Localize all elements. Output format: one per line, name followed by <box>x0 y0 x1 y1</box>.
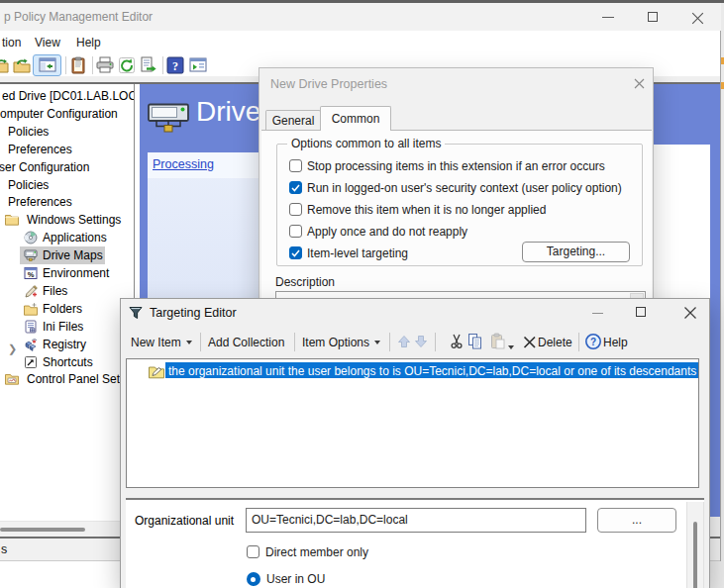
add-collection-button[interactable]: Add Collection <box>208 333 284 352</box>
tree-item-shortcuts[interactable]: Shortcuts <box>0 353 134 371</box>
cut-icon[interactable] <box>448 333 465 350</box>
tree-item-computer-configuration[interactable]: omputer Configuration <box>0 105 134 123</box>
tree-item-policies-user[interactable]: Policies <box>0 176 134 194</box>
details-vertical-scrollbar[interactable] <box>686 502 704 588</box>
selected-item-text: the organizational unit the user belongs… <box>168 364 696 378</box>
help-icon[interactable]: ? <box>584 333 602 350</box>
targeting-button[interactable]: Targeting... <box>522 242 630 262</box>
applications-icon <box>24 231 38 245</box>
scrollbar-thumb[interactable] <box>693 522 697 588</box>
option-run-in-user-context[interactable]: Run in logged-on user's security context… <box>289 181 640 195</box>
refresh-icon[interactable] <box>118 56 136 74</box>
move-down-icon[interactable] <box>412 333 430 350</box>
option-stop-processing[interactable]: Stop processing items in this extension … <box>289 159 640 173</box>
minimize-button[interactable] <box>586 3 630 31</box>
menu-bar: tion View Help <box>0 31 720 54</box>
browse-button[interactable]: ... <box>597 508 676 533</box>
tree-item-environment[interactable]: % Environment <box>0 264 134 282</box>
processing-link[interactable]: Processing <box>153 157 214 171</box>
print-icon[interactable] <box>96 56 114 74</box>
menu-action[interactable]: tion <box>2 35 21 51</box>
menu-view[interactable]: View <box>35 35 60 51</box>
menu-help[interactable]: Help <box>76 35 101 51</box>
minimize-icon <box>592 313 603 314</box>
targeting-items-list[interactable]: the organizational unit the user belongs… <box>126 358 699 488</box>
tree-item-user-configuration[interactable]: ser Configuration <box>0 158 134 176</box>
tree-item-windows-settings[interactable]: Windows Settings <box>0 211 134 229</box>
option-apply-once[interactable]: Apply once and do not reapply <box>289 225 640 239</box>
drive-maps-icon <box>24 248 38 262</box>
maximize-button[interactable] <box>632 3 675 31</box>
description-label: Description <box>275 275 335 289</box>
toolbar-separator <box>162 56 163 74</box>
maximize-icon <box>648 12 658 22</box>
item-options-button[interactable]: Item Options <box>302 333 380 352</box>
ini-files-icon <box>24 320 38 334</box>
tab-general[interactable]: General <box>265 110 321 131</box>
direct-member-checkbox[interactable] <box>247 545 259 558</box>
options-group-label: Options common to all items <box>287 138 445 150</box>
checkbox-checked[interactable] <box>289 181 302 194</box>
help-icon[interactable]: ? <box>166 56 184 74</box>
item-details-panel: Organizational unit OU=Tecnici,DC=lab,DC… <box>126 498 704 588</box>
checkbox-unchecked[interactable] <box>289 203 302 216</box>
dialog-close-button[interactable] <box>628 73 652 95</box>
toolbar-separator <box>294 333 295 351</box>
move-up-icon[interactable] <box>395 333 413 350</box>
ou-item-icon <box>149 364 164 380</box>
help-button[interactable]: Help <box>603 333 628 352</box>
export-list-icon[interactable] <box>140 56 157 74</box>
toolbar-separator <box>435 333 436 351</box>
gpme-titlebar: p Policy Management Editor <box>0 3 721 31</box>
back-folder-icon[interactable] <box>0 56 9 74</box>
option-remove-when-not-applied[interactable]: Remove this item when it is no longer ap… <box>289 203 640 217</box>
checkbox-unchecked[interactable] <box>289 225 302 238</box>
tree-item-applications[interactable]: Applications <box>0 229 134 246</box>
paste-icon[interactable] <box>489 333 507 350</box>
svg-text:?: ? <box>172 59 178 73</box>
paste-icon[interactable] <box>69 56 87 74</box>
tab-common[interactable]: Common <box>320 106 391 131</box>
user-in-ou-label: User in OU <box>266 572 325 586</box>
delete-button[interactable]: Delete <box>538 333 572 352</box>
window-right-border <box>720 31 721 561</box>
new-item-button[interactable]: New Item <box>131 333 192 352</box>
close-button[interactable] <box>676 3 720 31</box>
delete-x-icon[interactable] <box>521 333 539 350</box>
tree-item-drive-maps[interactable]: Drive Maps <box>0 246 134 264</box>
checkbox-checked[interactable] <box>289 246 302 259</box>
paste-caret-icon[interactable] <box>508 340 514 353</box>
new-window-icon[interactable] <box>189 56 207 74</box>
tree-horizontal-scrollbar[interactable] <box>0 521 134 537</box>
control-panel-folder-icon <box>5 372 19 386</box>
targeting-titlebar: Targeting Editor <box>121 299 709 327</box>
organizational-unit-input[interactable]: OU=Tecnici,DC=lab,DC=local <box>246 508 586 533</box>
minimize-button[interactable] <box>577 299 617 327</box>
toolbar-separator <box>389 333 390 351</box>
tree-item-registry[interactable]: ❯ Registry <box>0 336 134 353</box>
tree-item-files[interactable]: Files <box>0 282 134 300</box>
tree-item-root[interactable]: ed Drive [DC01.LAB.LOCA <box>0 87 134 105</box>
user-in-ou-radio[interactable] <box>247 572 260 586</box>
tree-item-policies[interactable]: Policies <box>0 123 134 141</box>
checkbox-unchecked[interactable] <box>289 159 302 172</box>
direct-member-label: Direct member only <box>265 545 368 559</box>
copy-icon[interactable] <box>466 333 484 350</box>
tree-item-preferences-user[interactable]: Preferences <box>0 193 134 211</box>
svg-text:%: % <box>28 270 35 279</box>
environment-icon: % <box>24 266 38 280</box>
tree-item-control-panel-settings[interactable]: Control Panel Sett <box>0 370 134 388</box>
tree-item-ini-files[interactable]: Ini Files <box>0 318 134 336</box>
show-console-tree-icon[interactable] <box>39 56 56 74</box>
scrollbar-thumb[interactable] <box>0 528 85 532</box>
close-button[interactable] <box>671 299 710 327</box>
targeting-toolbar: New Item Add Collection Item Options Del… <box>121 327 709 357</box>
folder-icon <box>5 213 19 227</box>
organizational-unit-label: Organizational unit <box>135 514 234 528</box>
up-one-level-icon[interactable] <box>13 56 31 74</box>
tree-item-preferences[interactable]: Preferences <box>0 141 134 158</box>
maximize-button[interactable] <box>621 299 661 327</box>
status-text: s <box>1 542 7 556</box>
selected-list-item[interactable]: the organizational unit the user belongs… <box>165 362 698 378</box>
tree-item-folders[interactable]: Folders <box>0 300 134 318</box>
